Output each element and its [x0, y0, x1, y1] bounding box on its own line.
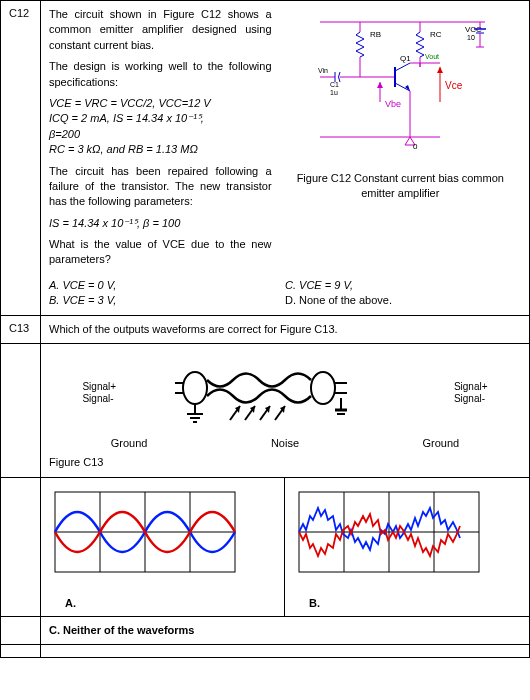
- q13-figure-cell: Signal+ Signal-: [41, 344, 530, 478]
- waveform-a-chart: [45, 482, 245, 592]
- q12-para3: The circuit has been repaired following …: [49, 164, 272, 210]
- q13-question-cell: Which of the outputs waveforms are corre…: [41, 315, 530, 343]
- right-signal-labels: Signal+ Signal-: [454, 381, 488, 405]
- q13-waveforms-cell: A. B.: [41, 477, 530, 616]
- q12-spec-l3: β=200: [49, 128, 80, 140]
- q13-optc-id-cell: [1, 616, 41, 644]
- waveform-b-box: B.: [285, 478, 529, 616]
- q12-specs: VCE = VRC = VCC/2, VCC=12 V ICQ = 2 mA, …: [49, 96, 272, 158]
- vout-label: Vout: [425, 53, 439, 60]
- q12-figure-column: RB RC VCC 10: [276, 7, 521, 274]
- q12-spec-l1: VCE = VRC = VCC/2, VCC=12 V: [49, 97, 211, 109]
- svg-marker-25: [437, 67, 443, 73]
- left-sig-plus: Signal+: [82, 381, 116, 393]
- waveform-b-chart: [289, 482, 489, 592]
- q1-label: Q1: [400, 54, 411, 63]
- q13-optA: A.: [65, 596, 280, 611]
- ground-right-label: Ground: [423, 436, 460, 451]
- svg-marker-23: [377, 82, 383, 88]
- c1-label: C1: [330, 81, 339, 88]
- svg-line-15: [395, 63, 410, 71]
- noise-label: Noise: [271, 436, 299, 451]
- q12-fig-caption: Figure C12 Constant current bias common …: [280, 171, 521, 202]
- rc-label: RC: [430, 30, 442, 39]
- q13-question: Which of the outputs waveforms are corre…: [49, 323, 338, 335]
- c13-diagram: Signal+ Signal-: [49, 350, 521, 436]
- q12-optA: A. VCE = 0 V,: [49, 279, 116, 291]
- vce-label: Vce: [445, 80, 463, 91]
- c1-val: 1u: [330, 89, 338, 96]
- q12-spec-l4: RC = 3 kΩ, and RB = 1.13 MΩ: [49, 143, 198, 155]
- vcc-num: 10: [467, 34, 475, 41]
- q12-id-cell: C12: [1, 1, 41, 316]
- right-sig-minus: Signal-: [454, 393, 488, 405]
- q13-fig-id-cell: [1, 344, 41, 478]
- vin-label: Vin: [318, 67, 328, 74]
- q12-optD: D. None of the above.: [285, 294, 392, 306]
- gnd-label: 0: [413, 142, 418, 151]
- vbe-label: Vbe: [385, 99, 401, 109]
- svg-point-31: [311, 372, 335, 404]
- ground-left-label: Ground: [111, 436, 148, 451]
- q13-optc-cell: C. Neither of the waveforms: [41, 616, 530, 644]
- question-table: C12 The circuit shown in Figure C12 show…: [0, 0, 530, 658]
- q13-id: C13: [9, 322, 29, 334]
- twisted-pair-icon: [175, 358, 395, 428]
- q13-fig-caption: Figure C13: [49, 455, 521, 470]
- rb-label: RB: [370, 30, 381, 39]
- q13-optC: C. Neither of the waveforms: [49, 624, 194, 636]
- q12-content: The circuit shown in Figure C12 shows a …: [41, 1, 530, 316]
- q13-optB: B.: [309, 596, 525, 611]
- circuit-diagram: RB RC VCC 10: [300, 7, 500, 167]
- q12-optB: B. VCE = 3 V,: [49, 294, 116, 306]
- q12-para1: The circuit shown in Figure C12 shows a …: [49, 7, 272, 53]
- right-sig-plus: Signal+: [454, 381, 488, 393]
- left-sig-minus: Signal-: [82, 393, 116, 405]
- q12-spec-l2: ICQ = 2 mA, IS = 14.34 x 10⁻¹⁵,: [49, 112, 204, 124]
- q12-text-column: The circuit shown in Figure C12 shows a …: [49, 7, 276, 274]
- q12-newparam: IS = 14.34 x 10⁻¹⁵, β = 100: [49, 216, 272, 231]
- left-signal-labels: Signal+ Signal-: [82, 381, 116, 405]
- q12-options: A. A. VCE = 0 V, B. B. VCE = 3 V, C. C. …: [49, 278, 521, 309]
- q13-wave-id-cell: [1, 477, 41, 616]
- q12-para2: The design is working well to the follow…: [49, 59, 272, 90]
- svg-point-28: [183, 372, 207, 404]
- waveform-a-box: A.: [41, 478, 285, 616]
- q12-id: C12: [9, 7, 29, 19]
- q12-optC: C. VCE = 9 V,: [285, 279, 353, 291]
- q13-id-cell: C13: [1, 315, 41, 343]
- q12-question: What is the value of VCE due to the new …: [49, 237, 272, 268]
